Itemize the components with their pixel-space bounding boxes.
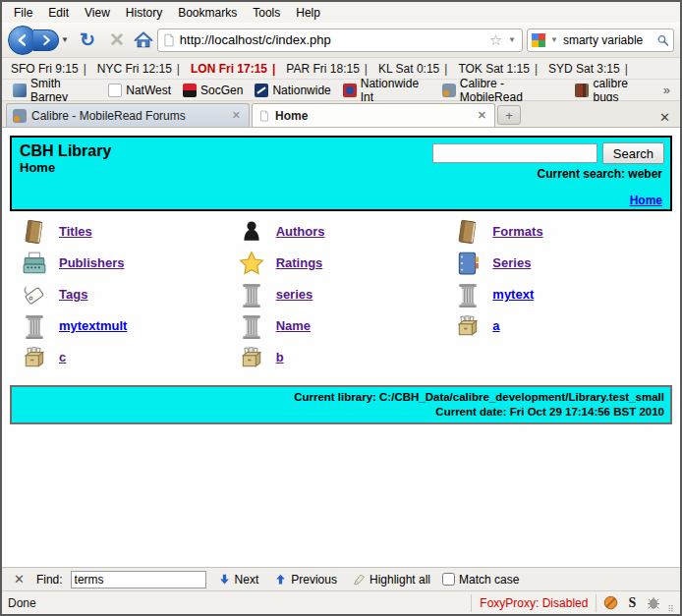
- reload-icon[interactable]: ↻: [75, 28, 100, 51]
- find-next-button[interactable]: Next: [214, 572, 263, 588]
- menu-help[interactable]: Help: [288, 4, 328, 22]
- star-icon: [239, 251, 264, 276]
- home-link[interactable]: Home: [630, 194, 662, 207]
- firebug-icon[interactable]: [646, 595, 661, 611]
- bookmark-nationwide[interactable]: Nationwide: [250, 83, 335, 98]
- ratings-link[interactable]: Ratings: [276, 255, 323, 270]
- bookmark-smith-barney[interactable]: Smith Barney: [8, 76, 101, 105]
- column-icon: [239, 282, 264, 308]
- bookmark-socgen[interactable]: SocGen: [178, 83, 248, 98]
- home-icon[interactable]: [134, 30, 153, 50]
- a-link[interactable]: a: [492, 318, 499, 333]
- menu-bookmarks[interactable]: Bookmarks: [170, 4, 245, 22]
- url-input[interactable]: [180, 32, 485, 47]
- grid-item-mytext: mytext: [455, 282, 672, 307]
- menu-history[interactable]: History: [118, 4, 170, 22]
- menu-tools[interactable]: Tools: [245, 4, 288, 22]
- google-engine-icon[interactable]: [532, 33, 545, 47]
- c-link[interactable]: c: [59, 350, 66, 364]
- match-case-option: Match case: [442, 573, 519, 587]
- back-forward-group: ▼: [8, 26, 71, 55]
- grid-item-ratings: Ratings: [239, 251, 456, 275]
- category-grid: Titles Authors Formats Publishers Rating…: [22, 219, 672, 369]
- drawer-icon: [239, 345, 264, 370]
- browser-window: File Edit View History Bookmarks Tools H…: [0, 0, 682, 616]
- name-link[interactable]: Name: [276, 318, 311, 333]
- separator: |: [444, 62, 453, 76]
- grid-item-c: c: [22, 345, 239, 369]
- resize-grip[interactable]: ⠿: [667, 604, 674, 614]
- column-icon: [22, 313, 47, 339]
- stop-icon[interactable]: ✕: [104, 28, 130, 51]
- bookmark-calibre-bugs[interactable]: calibre bugs: [570, 76, 656, 105]
- forward-button[interactable]: [33, 29, 59, 51]
- bookmarks-overflow-chevron[interactable]: »: [659, 83, 674, 97]
- find-input[interactable]: [71, 571, 206, 588]
- back-arrow-icon: [15, 32, 30, 48]
- timezone-lon: LON Fri 17:15: [188, 62, 270, 76]
- timezone-nyc: NYC Fri 12:15: [94, 62, 175, 76]
- socgen-favicon: [183, 84, 197, 97]
- foxyproxy-icon[interactable]: [602, 595, 618, 611]
- tab-favicon: [13, 109, 27, 123]
- web-search-input[interactable]: [563, 33, 654, 47]
- tabstrip-close-icon[interactable]: ✕: [659, 110, 676, 127]
- separator: |: [84, 62, 92, 76]
- menu-view[interactable]: View: [77, 4, 118, 22]
- separator: |: [365, 62, 373, 76]
- tab-close-icon[interactable]: ✕: [476, 109, 488, 122]
- tags-link[interactable]: Tags: [59, 287, 87, 302]
- titles-link[interactable]: Titles: [59, 224, 92, 239]
- current-search-text: Current search: weber: [538, 167, 662, 181]
- bookmark-calibre-mobileread[interactable]: Calibre - MobileRead: [437, 76, 569, 105]
- smith-barney-favicon: [13, 84, 27, 97]
- tab-close-icon[interactable]: ✕: [230, 109, 243, 122]
- authors-link[interactable]: Authors: [276, 224, 325, 239]
- bookmark-label: Smith Barney: [30, 77, 96, 104]
- tab-title: Calibre - MobileRead Forums: [31, 109, 225, 123]
- magnifier-icon[interactable]: [656, 33, 669, 47]
- menu-file[interactable]: File: [6, 4, 40, 22]
- mytextmult-link[interactable]: mytextmult: [59, 318, 127, 333]
- search-button[interactable]: Search: [602, 142, 664, 164]
- search-engine-dropdown-icon[interactable]: ▼: [548, 35, 560, 44]
- status-bar: Done FoxyProxy: Disabled S ⠿: [2, 590, 680, 614]
- series-link[interactable]: Series: [492, 255, 531, 270]
- match-case-checkbox[interactable]: [442, 573, 455, 586]
- highlight-all-label: Highlight all: [369, 573, 430, 587]
- publishers-link[interactable]: Publishers: [59, 255, 124, 270]
- stylish-icon[interactable]: S: [624, 595, 640, 611]
- foxyproxy-status[interactable]: FoxyProxy: Disabled: [471, 594, 597, 612]
- menu-edit[interactable]: Edit: [40, 4, 77, 22]
- web-search-box[interactable]: ▼: [527, 28, 674, 52]
- bookmarks-toolbar: Smith Barney NatWest SocGen Nationwide N…: [2, 80, 680, 101]
- urlbar-dropdown-icon[interactable]: ▼: [506, 35, 518, 44]
- find-previous-label: Previous: [291, 573, 337, 587]
- column-icon: [455, 282, 481, 308]
- history-dropdown-icon[interactable]: ▼: [59, 29, 71, 51]
- grid-item-a: a: [455, 313, 672, 338]
- bookmark-star-icon[interactable]: ☆: [489, 31, 502, 49]
- b-link[interactable]: b: [276, 350, 284, 364]
- down-arrow-icon: [218, 573, 231, 586]
- tab-home[interactable]: Home ✕: [252, 103, 495, 127]
- formats-link[interactable]: Formats: [492, 224, 542, 239]
- nationwide-favicon: [255, 84, 268, 97]
- findbar-close-icon[interactable]: ✕: [10, 572, 28, 587]
- timezone-par: PAR Fri 18:15: [283, 62, 362, 76]
- url-bar[interactable]: ☆ ▼: [157, 28, 523, 52]
- bookmark-natwest[interactable]: NatWest: [103, 83, 176, 98]
- library-search-input[interactable]: [432, 143, 597, 163]
- find-next-label: Next: [235, 573, 259, 587]
- highlight-all-button[interactable]: Highlight all: [349, 572, 434, 588]
- find-previous-button[interactable]: Previous: [270, 572, 341, 588]
- tab-calibre-mobileread-forums[interactable]: Calibre - MobileRead Forums ✕: [6, 103, 250, 127]
- timezone-tok: TOK Sat 1:15: [455, 62, 533, 76]
- mytext-link[interactable]: mytext: [492, 287, 534, 302]
- status-text: Done: [8, 596, 465, 610]
- series-custom-link[interactable]: series: [276, 287, 313, 302]
- new-tab-button[interactable]: +: [497, 105, 521, 125]
- library-info-panel: Current library: C:/CBH_Data/calibre_dev…: [10, 385, 672, 424]
- bookmark-nationwide-int[interactable]: Nationwide Int: [338, 76, 435, 105]
- bookmark-label: NatWest: [126, 84, 171, 97]
